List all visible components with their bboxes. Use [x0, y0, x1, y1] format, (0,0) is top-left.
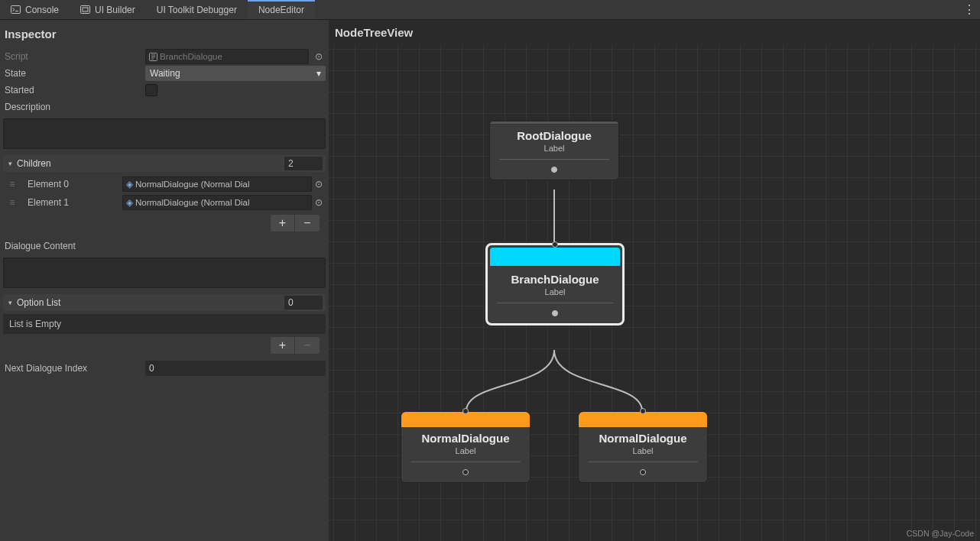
node-output-port[interactable]	[401, 462, 530, 482]
port-dot-icon	[640, 469, 646, 475]
dialogue-content-label-row: Dialogue Content	[3, 238, 326, 254]
node-input-port[interactable]	[640, 408, 646, 414]
tab-ui-builder[interactable]: UI Builder	[70, 0, 146, 19]
children-value-0: NormalDialogue (Normal Dial	[135, 180, 250, 189]
script-icon	[149, 53, 157, 61]
option-list-header[interactable]: ▾ Option List	[3, 294, 326, 311]
ui-builder-icon	[80, 5, 90, 15]
list-item: ≡ Element 0 ◈ NormalDialogue (Normal Dia…	[3, 175, 326, 193]
node-title: NormalDialogue	[579, 427, 707, 446]
tab-console[interactable]: Console	[0, 0, 70, 19]
node-cap	[579, 412, 707, 427]
drag-handle-icon[interactable]: ≡	[3, 179, 20, 190]
port-dot-icon	[462, 469, 469, 475]
children-picker-1[interactable]: ⊙	[312, 197, 326, 208]
tab-ui-toolkit-debugger[interactable]: UI Toolkit Debugger	[146, 0, 248, 19]
children-add-remove: + −	[3, 215, 320, 232]
node-cap	[401, 412, 530, 427]
vertical-dots-icon: ⋮	[963, 2, 975, 17]
children-object-field-0[interactable]: ◈ NormalDialogue (Normal Dial	[122, 177, 312, 192]
watermark: CSDN @Jay-Code	[907, 529, 974, 538]
port-dot-icon	[552, 310, 558, 316]
option-add-button[interactable]: +	[271, 337, 295, 354]
next-dialogue-index-field: Next Dialogue Index	[3, 360, 326, 377]
node-branch-dialogue[interactable]: BranchDialogue Label	[485, 243, 625, 326]
option-remove-button[interactable]: −	[295, 337, 320, 354]
drag-handle-icon[interactable]: ≡	[3, 197, 20, 208]
nodes-layer: RootDialogue Label BranchDialogue Label …	[329, 44, 980, 541]
console-icon	[11, 5, 21, 15]
svg-rect-3	[83, 8, 88, 11]
children-add-button[interactable]: +	[271, 215, 295, 232]
node-title: BranchDialogue	[488, 268, 622, 287]
dialogue-content-label: Dialogue Content	[3, 241, 145, 251]
children-count-input[interactable]	[284, 157, 323, 170]
started-label: Started	[3, 85, 145, 96]
svg-rect-0	[11, 6, 21, 14]
node-title: RootDialogue	[490, 125, 618, 144]
state-value: Waiting	[150, 68, 180, 79]
svg-rect-2	[81, 6, 90, 14]
node-input-port[interactable]	[552, 241, 558, 248]
node-subtitle: Label	[401, 446, 530, 462]
node-tree-view[interactable]: NodeTreeView RootDialogue Label	[329, 20, 980, 541]
tab-ui-builder-label: UI Builder	[95, 5, 135, 15]
list-item-label: Element 0	[20, 179, 122, 190]
script-field: Script BranchDialogue ⊙	[3, 48, 326, 65]
foldout-arrow-icon: ▾	[3, 160, 17, 167]
started-field: Started	[3, 82, 326, 99]
next-dialogue-index-input[interactable]	[145, 361, 326, 376]
tab-ui-toolkit-debugger-label: UI Toolkit Debugger	[157, 5, 237, 15]
tab-bar: Console UI Builder UI Toolkit Debugger N…	[0, 0, 980, 20]
state-dropdown[interactable]: Waiting ▾	[145, 66, 326, 81]
node-output-port[interactable]	[488, 303, 622, 323]
state-field: State Waiting ▾	[3, 65, 326, 82]
object-icon: ◈	[126, 197, 133, 208]
node-input-port[interactable]	[462, 408, 469, 414]
script-value: BranchDialogue	[160, 52, 222, 61]
node-output-port[interactable]	[579, 462, 707, 482]
list-item-label: Element 1	[20, 197, 122, 208]
option-add-remove: + −	[3, 337, 320, 354]
tab-console-label: Console	[25, 5, 59, 15]
description-label-row: Description	[3, 99, 326, 115]
port-dot-icon	[551, 167, 557, 173]
node-cap	[490, 248, 620, 266]
children-value-1: NormalDialogue (Normal Dial	[135, 198, 250, 207]
list-item: ≡ Element 1 ◈ NormalDialogue (Normal Dia…	[3, 193, 326, 212]
children-header[interactable]: ▾ Children	[3, 155, 326, 172]
node-title: NormalDialogue	[401, 427, 530, 446]
node-root-dialogue[interactable]: RootDialogue Label	[489, 121, 619, 180]
children-picker-0[interactable]: ⊙	[312, 179, 326, 190]
children-title: Children	[17, 158, 284, 169]
next-dialogue-index-label: Next Dialogue Index	[3, 363, 145, 374]
children-remove-button[interactable]: −	[295, 215, 320, 232]
script-object-picker[interactable]: ⊙	[312, 51, 326, 62]
script-object-field[interactable]: BranchDialogue	[145, 49, 309, 64]
option-list-empty: List is Empty	[3, 314, 326, 334]
script-label: Script	[3, 51, 145, 62]
object-icon: ◈	[126, 179, 133, 190]
description-label: Description	[3, 102, 145, 112]
node-normal-dialogue-0[interactable]: NormalDialogue Label	[401, 411, 531, 483]
inspector-panel: Inspector Script BranchDialogue ⊙ State …	[0, 20, 329, 541]
children-object-field-1[interactable]: ◈ NormalDialogue (Normal Dial	[122, 195, 312, 210]
empty-text: List is Empty	[9, 319, 61, 329]
dialogue-content-textarea[interactable]	[3, 258, 326, 288]
children-list: ≡ Element 0 ◈ NormalDialogue (Normal Dia…	[3, 175, 326, 212]
option-list-count-input[interactable]	[284, 296, 323, 309]
description-textarea[interactable]	[3, 118, 326, 149]
node-output-port[interactable]	[490, 160, 618, 180]
tree-title: NodeTreeView	[335, 26, 413, 39]
tab-node-editor-label: NodeEditor	[258, 5, 304, 15]
inspector-title: Inspector	[3, 23, 326, 48]
state-label: State	[3, 68, 145, 79]
node-normal-dialogue-1[interactable]: NormalDialogue Label	[578, 411, 708, 483]
node-subtitle: Label	[488, 287, 622, 303]
node-subtitle: Label	[490, 144, 618, 159]
started-checkbox[interactable]	[145, 84, 157, 96]
tab-overflow-menu[interactable]: ⋮	[963, 0, 975, 19]
node-subtitle: Label	[579, 446, 707, 462]
tab-node-editor[interactable]: NodeEditor	[248, 0, 315, 19]
foldout-arrow-icon: ▾	[3, 299, 17, 306]
